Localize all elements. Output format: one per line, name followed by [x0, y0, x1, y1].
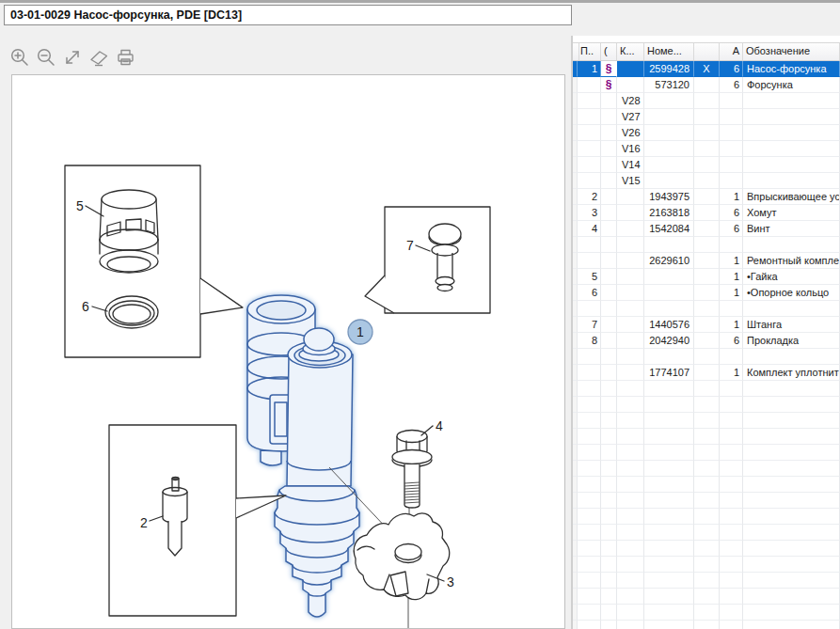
cell-num [644, 93, 694, 109]
cell-name: •Опорное кольцо [743, 285, 840, 301]
table-row[interactable] [573, 477, 840, 493]
zoom-out-button[interactable] [36, 47, 56, 68]
cell-pos [578, 621, 601, 629]
cell-x [694, 189, 720, 205]
table-row[interactable] [573, 461, 840, 477]
printer-icon [115, 47, 135, 68]
cell-code [617, 621, 644, 629]
cell-qty [720, 525, 743, 541]
table-row[interactable]: V14 [573, 157, 840, 173]
cell-num [644, 285, 694, 301]
cell-code: V27 [617, 109, 644, 125]
cell-name [743, 621, 840, 629]
header-footnote[interactable]: ( [601, 43, 617, 60]
print-button[interactable] [115, 47, 135, 68]
table-row[interactable] [573, 557, 840, 573]
table-row[interactable] [573, 589, 840, 605]
cell-x [694, 477, 720, 493]
header-x[interactable] [694, 43, 720, 60]
drawing-canvas[interactable]: 5 6 2 [11, 74, 565, 629]
injector-drawing[interactable] [247, 295, 359, 617]
table-row[interactable] [573, 573, 840, 589]
cell-pos: 3 [578, 205, 601, 221]
cell-fn [601, 493, 617, 509]
cell-fn [601, 429, 617, 445]
cell-code [617, 189, 644, 205]
cell-pos [578, 397, 601, 413]
table-row[interactable]: 61•Опорное кольцо [573, 285, 840, 301]
cell-x [694, 301, 720, 317]
table-row[interactable] [573, 237, 840, 253]
table-row[interactable]: 17741071Комплект уплотните [573, 365, 840, 381]
table-row[interactable]: V28 [573, 93, 840, 109]
cell-code [617, 509, 644, 525]
cell-name: Прокладка [743, 333, 840, 349]
cell-num: 1440576 [644, 317, 694, 333]
cell-code [617, 557, 644, 573]
table-row[interactable]: 321638186Хомут [573, 205, 840, 221]
cell-num [644, 349, 694, 365]
table-row[interactable]: 714405761Штанга [573, 317, 840, 333]
table-row[interactable] [573, 541, 840, 557]
table-row[interactable] [573, 493, 840, 509]
table-row[interactable] [573, 509, 840, 525]
cell-code [617, 445, 644, 461]
table-row[interactable] [573, 397, 840, 413]
cell-name: Форсунка [743, 77, 840, 93]
cell-num [644, 109, 694, 125]
table-row[interactable]: 51•Гайка [573, 269, 840, 285]
resize-button[interactable] [62, 47, 83, 68]
table-row[interactable]: 26296101Ремонтный комплек [573, 253, 840, 269]
erase-button[interactable] [88, 47, 109, 68]
cell-qty [720, 573, 743, 589]
table-row[interactable]: V26 [573, 125, 840, 141]
table-row[interactable] [573, 445, 840, 461]
header-position[interactable]: П.. [578, 43, 601, 60]
table-row[interactable] [573, 413, 840, 429]
table-row[interactable] [573, 621, 840, 629]
header-code[interactable]: К... [617, 43, 644, 60]
cell-name: Комплект уплотните [743, 365, 840, 381]
cell-name [743, 109, 840, 125]
cell-num [644, 237, 694, 253]
header-designation[interactable]: Обозначение [743, 43, 840, 60]
table-row[interactable]: V27 [573, 109, 840, 125]
cell-x [694, 157, 720, 173]
header-number[interactable]: Номе... [644, 43, 694, 60]
table-row[interactable]: 415420846Винт [573, 221, 840, 237]
table-row[interactable]: 219439751Впрыскивающее уст [573, 189, 840, 205]
table-body: 1§2599428X6Насос-форсунка§5731206Форсунк… [573, 61, 840, 629]
table-row[interactable] [573, 605, 840, 621]
cell-num [644, 445, 694, 461]
table-row[interactable] [573, 381, 840, 397]
cell-pos: 8 [578, 333, 601, 349]
table-row[interactable] [573, 301, 840, 317]
header-quantity[interactable]: А [720, 43, 743, 60]
cell-code [617, 429, 644, 445]
cell-qty [720, 445, 743, 461]
cell-fn [601, 349, 617, 365]
cell-qty: 1 [720, 253, 743, 269]
cell-qty [720, 429, 743, 445]
table-row[interactable]: V15 [573, 173, 840, 189]
zoom-in-button[interactable] [9, 47, 30, 68]
table-row[interactable] [573, 525, 840, 541]
cell-code [617, 365, 644, 381]
table-row[interactable]: §5731206Форсунка [573, 77, 840, 93]
cell-qty [720, 349, 743, 365]
cell-num: 1542084 [644, 221, 694, 237]
table-row[interactable] [573, 429, 840, 445]
cell-x: X [694, 61, 720, 77]
cell-name [743, 381, 840, 397]
table-row[interactable]: 1§2599428X6Насос-форсунка [573, 61, 840, 77]
cell-code [617, 221, 644, 237]
cell-x [694, 253, 720, 269]
table-row[interactable]: V16 [573, 141, 840, 157]
table-row[interactable] [573, 349, 840, 365]
cell-name: Насос-форсунка [743, 61, 840, 77]
table-row[interactable]: 820429406Прокладка [573, 333, 840, 349]
bolt-drawing: 4 [392, 418, 443, 508]
injector-badge[interactable]: 1 [348, 320, 372, 344]
cell-x [694, 605, 720, 621]
cell-name [743, 413, 840, 429]
